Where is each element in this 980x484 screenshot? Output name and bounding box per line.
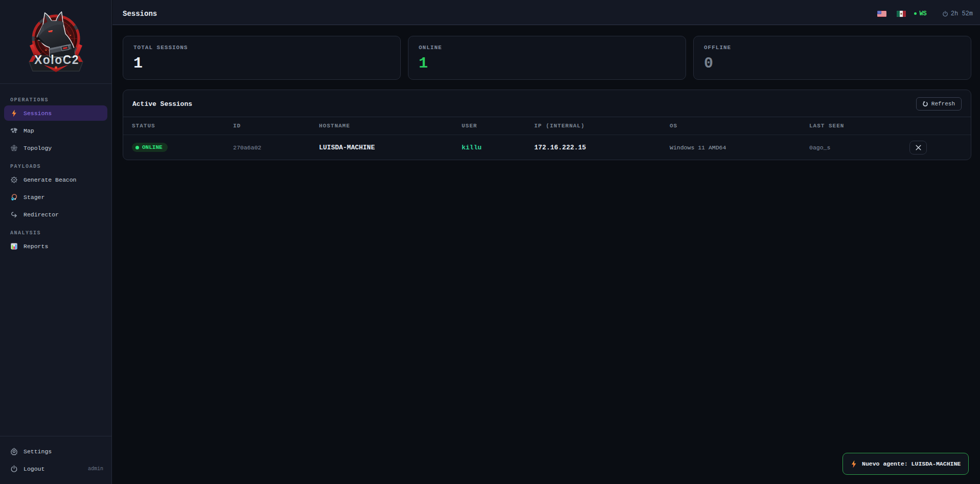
svg-text:XoloC2: XoloC2 (34, 53, 79, 67)
